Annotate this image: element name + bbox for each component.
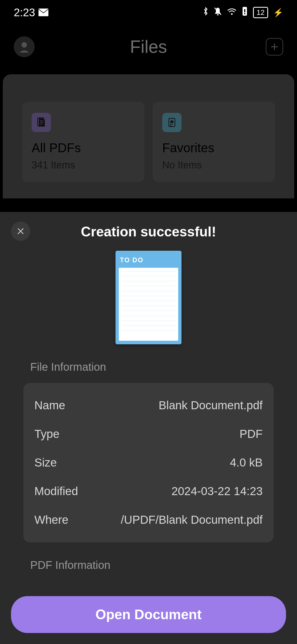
- status-time: 2:23: [14, 6, 35, 19]
- pdf-info-label: PDF Information: [30, 559, 286, 571]
- open-document-button[interactable]: Open Document: [11, 596, 286, 633]
- info-label: Name: [34, 399, 65, 412]
- close-button[interactable]: [11, 222, 30, 241]
- charging-icon: ⚡: [273, 8, 283, 17]
- file-info-label: File Information: [30, 361, 286, 373]
- wifi-icon: [227, 7, 237, 18]
- modal-title: Creation successful!: [11, 222, 286, 240]
- info-value: /UPDF/Blank Document.pdf: [121, 513, 263, 526]
- document-icon: [32, 113, 51, 132]
- info-label: Size: [34, 456, 57, 469]
- status-right: 12 ⚡: [203, 7, 283, 18]
- mail-icon: [38, 6, 48, 19]
- svg-point-3: [231, 13, 233, 15]
- svg-rect-5: [244, 9, 245, 12]
- card-subtitle: 341 Items: [32, 159, 135, 171]
- info-value: 4.0 kB: [230, 456, 263, 469]
- bluetooth-icon: [203, 7, 208, 18]
- add-button[interactable]: [266, 38, 283, 56]
- notification-off-icon: [213, 7, 222, 18]
- info-label: Type: [34, 427, 59, 441]
- info-label: Where: [34, 513, 68, 526]
- svg-rect-0: [38, 9, 48, 16]
- page-title: Files: [130, 37, 167, 57]
- svg-point-7: [21, 42, 27, 48]
- svg-rect-13: [40, 124, 42, 124]
- info-value: PDF: [240, 427, 263, 441]
- card-all-pdfs[interactable]: All PDFs 341 Items: [22, 102, 144, 182]
- info-row-where: Where /UPDF/Blank Document.pdf: [34, 506, 263, 534]
- svg-rect-11: [40, 121, 43, 121]
- info-label: Modified: [34, 485, 78, 498]
- document-preview: TO DO: [116, 251, 182, 344]
- svg-rect-16: [170, 125, 172, 126]
- svg-rect-15: [170, 124, 173, 125]
- info-row-type: Type PDF: [34, 420, 263, 448]
- avatar[interactable]: [14, 36, 35, 57]
- svg-rect-6: [244, 13, 245, 14]
- info-value: 2024-03-22 14:23: [171, 485, 263, 498]
- card-title: Favorites: [162, 140, 265, 155]
- cards-container: All PDFs 341 Items Favorites No Items: [3, 74, 294, 198]
- info-row-size: Size 4.0 kB: [34, 448, 263, 477]
- info-value: Blank Document.pdf: [159, 399, 263, 412]
- preview-label: TO DO: [119, 254, 178, 268]
- card-title: All PDFs: [32, 140, 135, 155]
- status-left: 2:23: [14, 6, 48, 19]
- status-bar: 2:23 12 ⚡: [0, 0, 297, 25]
- favorites-icon: [162, 113, 182, 132]
- warning-icon: [241, 7, 248, 18]
- battery-icon: 12: [253, 7, 268, 18]
- svg-rect-1: [217, 14, 219, 15]
- card-favorites[interactable]: Favorites No Items: [153, 102, 275, 182]
- info-row-modified: Modified 2024-03-22 14:23: [34, 477, 263, 506]
- card-subtitle: No Items: [162, 159, 265, 171]
- svg-rect-12: [40, 122, 43, 123]
- file-info-box: Name Blank Document.pdf Type PDF Size 4.…: [23, 383, 274, 542]
- app-header: Files: [0, 25, 297, 69]
- creation-modal: Creation successful! TO DO File Informat…: [0, 212, 297, 644]
- preview-body: [119, 268, 178, 341]
- info-row-name: Name Blank Document.pdf: [34, 391, 263, 420]
